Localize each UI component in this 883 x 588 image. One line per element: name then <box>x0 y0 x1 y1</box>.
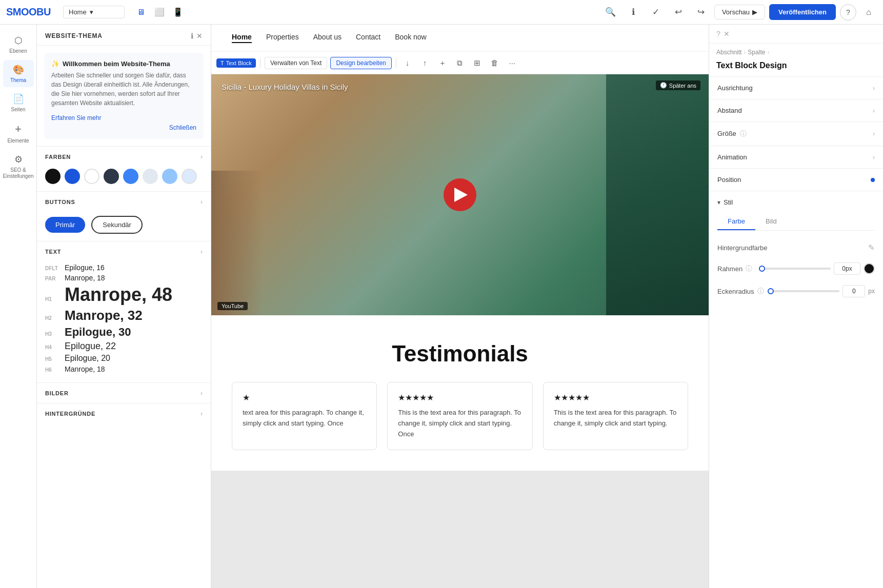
farben-section-row[interactable]: FARBEN › <box>37 146 211 167</box>
vorschau-button[interactable]: Vorschau ▶ <box>714 5 765 19</box>
sparkle-icon: ✨ <box>51 60 59 68</box>
nav-link-properties[interactable]: Properties <box>266 33 299 43</box>
rahmen-input[interactable]: 0px <box>834 262 860 275</box>
stil-tab-bild[interactable]: Bild <box>755 213 787 230</box>
search-button[interactable]: 🔍 <box>601 3 620 22</box>
tablet-device-btn[interactable]: ⬜ <box>151 4 168 21</box>
color-swatch-white[interactable] <box>84 169 99 184</box>
move-up-btn[interactable]: ↑ <box>418 56 432 70</box>
sidebar-item-ebenen[interactable]: ⬡ Ebenen <box>3 31 34 58</box>
farben-chevron-icon: › <box>200 153 203 160</box>
breadcrumb-sep-1: › <box>744 49 746 56</box>
align-btn[interactable]: ⊞ <box>470 56 485 70</box>
video-play-button[interactable] <box>444 178 476 211</box>
page-select-label: Home <box>69 8 87 16</box>
color-swatch-lightblue[interactable] <box>123 169 138 184</box>
rahmen-color-picker[interactable] <box>864 263 875 274</box>
eckenradius-input[interactable] <box>842 285 865 297</box>
stil-section: ▾ Stil Farbe Bild Hintergrundfarbe ✎ Rah… <box>709 191 883 302</box>
right-panel: ? ✕ Abschnitt › Spalte › Text Block Desi… <box>709 25 883 588</box>
design-bearbeiten-btn[interactable]: Design bearbeiten <box>330 57 391 69</box>
redo-button[interactable]: ↪ <box>692 3 710 22</box>
bilder-section-row[interactable]: BILDER › <box>37 382 211 403</box>
video-hero: Sicilia - Luxury Holiday Villas in Sicil… <box>211 74 709 315</box>
accordion-ausrichtung-label: Ausrichtung <box>717 84 753 92</box>
sidebar-item-label-seiten: Seiten <box>11 107 25 112</box>
help-button[interactable]: ? <box>840 4 856 21</box>
theme-panel-header: WEBSITE-THEMA ℹ ✕ <box>37 25 211 46</box>
hintergrundfarbe-edit-btn[interactable]: ✎ <box>868 243 875 252</box>
theme-close-button[interactable]: ✕ <box>196 32 203 40</box>
eckenradius-info-icon: ⓘ <box>757 287 764 296</box>
color-swatch-blue[interactable] <box>65 169 80 184</box>
eckenradius-slider[interactable] <box>768 290 839 292</box>
color-swatch-lightgray[interactable] <box>143 169 158 184</box>
publish-button[interactable]: Veröffentlichen <box>769 4 836 20</box>
info-button[interactable]: ℹ <box>624 3 643 22</box>
page-select[interactable]: Home ▾ <box>63 6 125 18</box>
nav-link-about[interactable]: About us <box>313 33 342 43</box>
more-btn[interactable]: ··· <box>505 56 519 70</box>
sidebar-item-elemente[interactable]: + Elemente <box>3 118 34 148</box>
text-section-row[interactable]: TEXT › <box>37 241 211 261</box>
add-btn[interactable]: + <box>435 56 450 70</box>
h5-sample: Epilogue, 20 <box>65 354 110 363</box>
hintergruende-chevron-icon: › <box>200 410 203 417</box>
check-button[interactable]: ✓ <box>647 3 665 22</box>
schliessen-button[interactable]: Schließen <box>169 122 196 131</box>
verwalten-von-text-btn[interactable]: Verwalten von Text <box>265 57 328 69</box>
accordion-ausrichtung-header[interactable]: Ausrichtung › <box>709 77 883 99</box>
right-panel-title: Text Block Design <box>709 59 883 76</box>
theme-info-button[interactable]: ℹ <box>191 32 193 40</box>
buttons-section-row[interactable]: BUTTONS › <box>37 191 211 212</box>
rahmen-slider[interactable] <box>759 268 831 270</box>
hintergruende-section-row[interactable]: HINTERGRÜNDE › <box>37 403 211 423</box>
accordion-abstand-header[interactable]: Abstand › <box>709 99 883 121</box>
buttons-label: BUTTONS <box>45 199 75 205</box>
accordion-position-header[interactable]: Position <box>709 169 883 191</box>
clock-icon: 🕐 <box>660 82 667 89</box>
sidebar-item-label-seo: SEO & Einstellungen <box>3 167 33 179</box>
h3-label: H3 <box>45 331 59 337</box>
nav-link-contact[interactable]: Contact <box>356 33 380 43</box>
undo-button[interactable]: ↩ <box>669 3 688 22</box>
testimonials-section: Testimonials ★ text area for this paragr… <box>211 315 709 471</box>
color-swatch-sky[interactable] <box>162 169 177 184</box>
right-panel-help-btn[interactable]: ? <box>716 30 720 38</box>
copy-btn[interactable]: ⧉ <box>453 56 467 70</box>
nav-link-home[interactable]: Home <box>232 33 252 43</box>
color-swatch-dark[interactable] <box>104 169 119 184</box>
stil-tab-farbe[interactable]: Farbe <box>717 213 755 230</box>
dflt-label: DFLT <box>45 266 59 271</box>
secondary-button-preview[interactable]: Sekundär <box>91 216 143 234</box>
breadcrumb-spalte[interactable]: Spalte <box>748 49 765 56</box>
sidebar-item-label-elemente: Elemente <box>7 138 29 144</box>
learn-more-link[interactable]: Erfahren Sie mehr <box>51 114 101 121</box>
home-button[interactable]: ⌂ <box>860 4 877 21</box>
primary-button-preview[interactable]: Primär <box>45 217 85 233</box>
mobile-device-btn[interactable]: 📱 <box>170 4 186 21</box>
delete-btn[interactable]: 🗑 <box>488 56 502 70</box>
sidebar-item-seo[interactable]: ⚙ SEO & Einstellungen <box>3 150 34 184</box>
right-panel-close-btn[interactable]: ✕ <box>724 30 730 38</box>
par-sample: Manrope, 18 <box>65 274 105 282</box>
breadcrumb-abschnitt[interactable]: Abschnitt <box>716 49 741 56</box>
accordion-animation: Animation › <box>709 146 883 168</box>
sidebar-item-label-thema: Thema <box>10 77 26 83</box>
desktop-device-btn[interactable]: 🖥 <box>133 4 149 21</box>
h4-sample: Epilogue, 22 <box>65 341 116 352</box>
right-panel-topbar: ? ✕ <box>709 25 883 44</box>
color-swatch-paleblue[interactable] <box>182 169 197 184</box>
text-block-badge: T Text Block <box>216 58 256 68</box>
chevron-down-icon: ▾ <box>90 8 93 16</box>
move-down-btn[interactable]: ↓ <box>400 56 415 70</box>
accordion-animation-header[interactable]: Animation › <box>709 146 883 168</box>
nav-link-book[interactable]: Book now <box>395 33 426 43</box>
sidebar-item-seiten[interactable]: 📄 Seiten <box>3 89 34 116</box>
color-swatch-black[interactable] <box>45 169 61 184</box>
stil-header[interactable]: ▾ Stil <box>709 191 883 213</box>
welcome-banner-title: ✨ Willkommen beim Website-Thema <box>51 60 196 68</box>
sidebar-item-thema[interactable]: 🎨 Thema <box>3 60 34 87</box>
accordion-groesse-header[interactable]: Größe ⓘ › <box>709 122 883 146</box>
play-icon: ▶ <box>752 8 757 16</box>
